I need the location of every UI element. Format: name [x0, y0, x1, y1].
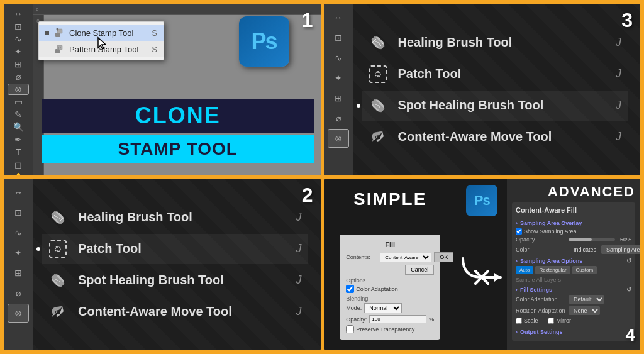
p3-tool-5[interactable]: ⊞: [328, 89, 348, 107]
svg-point-22: [375, 104, 377, 105]
sampling-overlay-section[interactable]: Sampling Area Overlay: [516, 220, 631, 226]
color-ca-label: Color: [516, 246, 566, 253]
contents-select[interactable]: Content-Aware: [380, 253, 431, 262]
mirror-check: Mirror: [548, 318, 571, 324]
panel-3-cam-row[interactable]: Content-Aware Move Tool J: [362, 122, 628, 152]
p3-tool-4[interactable]: ✦: [328, 69, 348, 87]
fill-settings-label: Fill Settings: [520, 287, 552, 293]
color-adapt-select[interactable]: Default: [569, 295, 604, 304]
brush-icon[interactable]: ✎: [8, 109, 28, 119]
panel-3-patch-tool-row[interactable]: Patch Tool J: [362, 59, 628, 89]
move-tool-icon[interactable]: ↔: [8, 9, 28, 19]
sampling-options-label: Sampling Area Options: [520, 258, 582, 264]
healing-brush-label-2: Healing Brush Tool: [78, 210, 286, 224]
opacity-slider[interactable]: [569, 238, 615, 241]
scale-checkbox[interactable]: [516, 318, 522, 324]
panel-2-patch-tool-row[interactable]: Patch Tool J: [42, 234, 308, 264]
panel-1-number: 1: [302, 9, 313, 32]
p3-tool-3[interactable]: ∿: [328, 49, 348, 67]
contents-row: Contents: Content-Aware OK: [346, 252, 434, 262]
ps-logo-4: Ps: [466, 185, 497, 216]
p2-tool-7[interactable]: ⊗: [8, 304, 28, 322]
eyedropper-icon[interactable]: ⌀: [8, 72, 28, 82]
svg-point-7: [60, 47, 61, 48]
sampling-overlay-label: Sampling Area Overlay: [520, 220, 582, 226]
patch-inner-2: [53, 245, 62, 253]
p3-tool-1[interactable]: ↔: [328, 9, 348, 26]
opacity-ca-value: 50%: [620, 236, 631, 243]
clone-stamp-icon[interactable]: ⊗: [8, 84, 28, 94]
p3-tool-6[interactable]: ⌀: [328, 109, 348, 127]
panel-1: ↔ ⊡ ∿ ✦ ⊞ ⌀ ⊗ ▭ ✎ 🔍 ✒ T ◻ ✋ 6 8: [4, 4, 321, 175]
p2-tool-1[interactable]: ↔: [8, 184, 28, 201]
selected-dot-2: [36, 247, 40, 251]
lasso-tool-icon[interactable]: ∿: [8, 34, 28, 44]
mode-row: Mode: Normal: [346, 303, 434, 313]
spot-healing-icon-3: [368, 96, 388, 116]
mirror-checkbox[interactable]: [548, 318, 554, 324]
cancel-button[interactable]: Cancel: [405, 265, 434, 275]
opacity-ca-row: Opacity 50%: [516, 236, 631, 243]
show-sampling-checkbox[interactable]: [516, 228, 522, 235]
p2-tool-2[interactable]: ⊡: [8, 204, 28, 221]
panel-2-spot-healing-row[interactable]: Spot Healing Brush Tool J: [42, 265, 308, 296]
custom-btn[interactable]: Custom: [572, 266, 597, 274]
svg-point-8: [58, 48, 59, 50]
p3-tool-2[interactable]: ⊡: [328, 29, 348, 47]
crop-tool-icon[interactable]: ⊞: [8, 59, 28, 69]
panel-3-number: 3: [621, 9, 633, 32]
shape-icon[interactable]: ◻: [8, 160, 28, 170]
select-tool-icon[interactable]: ⊡: [8, 21, 28, 31]
auto-btn[interactable]: Auto: [516, 266, 533, 274]
rotation-adapt-label: Rotation Adaptation: [516, 307, 566, 314]
patch-inner-3: [374, 70, 382, 79]
mode-label: Mode:: [346, 305, 362, 311]
cam-shortcut-3: J: [616, 130, 621, 143]
preserve-transparency-row: Preserve Transparency: [346, 325, 434, 333]
color-ca-row: Color Indicates Sampling Area: [516, 245, 631, 254]
rotation-adapt-select[interactable]: None: [569, 306, 600, 315]
ok-button[interactable]: OK: [434, 252, 453, 262]
panel-4: SIMPLE Ps Fill Contents: Content-Aware O…: [324, 179, 641, 350]
sample-all-layers-check: Sample All Layers: [516, 277, 631, 283]
opacity-input[interactable]: [369, 315, 426, 323]
ruler-marks: 6: [36, 6, 38, 12]
spot-healing-label-2: Spot Healing Brush Tool: [78, 273, 286, 287]
cam-svg-3: [369, 128, 387, 147]
p2-tool-4[interactable]: ✦: [8, 244, 28, 262]
p2-tool-6[interactable]: ⌀: [8, 284, 28, 302]
panel-3-spot-healing-row[interactable]: Spot Healing Brush Tool J: [362, 91, 628, 121]
panel-2-healing-brush-row[interactable]: Healing Brush Tool J: [42, 202, 308, 233]
panel-2-cam-row[interactable]: Content-Aware Move Tool J: [42, 297, 308, 327]
magic-wand-icon[interactable]: ✦: [8, 47, 28, 57]
panel-3-healing-brush-row[interactable]: Healing Brush Tool J: [362, 28, 628, 58]
bandaid-svg-2: [48, 208, 67, 227]
opacity-row: Opacity: %: [346, 315, 434, 323]
output-settings-section[interactable]: Output Settings: [516, 329, 631, 335]
rectangular-btn[interactable]: Rectangular: [535, 266, 570, 274]
panel-4-advanced-side: ADVANCED 4 Content-Aware Fill Sampling A…: [507, 179, 640, 350]
item-dot-empty: [45, 47, 49, 51]
indicates-select[interactable]: Sampling Area: [601, 245, 640, 254]
stamp-label: STAMP TOOL: [42, 135, 314, 163]
cam-svg-2: [48, 302, 67, 321]
reset-icon-fill[interactable]: ↺: [626, 286, 631, 293]
preserve-transparency-checkbox[interactable]: [346, 325, 354, 333]
mode-select[interactable]: Normal: [364, 303, 402, 313]
fill-settings-section[interactable]: Fill Settings ↺: [516, 286, 631, 293]
hand-icon[interactable]: ✋: [8, 172, 28, 175]
p3-tool-7[interactable]: ⊗: [328, 130, 348, 147]
p2-tool-3[interactable]: ∿: [8, 224, 28, 241]
rotation-adapt-row: Rotation Adaptation None: [516, 306, 631, 315]
sampling-options-section[interactable]: Sampling Area Options ↺: [516, 257, 631, 264]
reset-icon-sampling[interactable]: ↺: [626, 257, 631, 264]
patch-tool-icon-2: [48, 239, 68, 259]
pen-icon[interactable]: ✒: [8, 135, 28, 145]
panel-4-number: 4: [625, 325, 635, 345]
eraser-icon[interactable]: ▭: [8, 97, 28, 107]
spot-healing-svg-3: [369, 96, 387, 115]
p2-tool-5[interactable]: ⊞: [8, 264, 28, 282]
text-icon[interactable]: T: [8, 147, 28, 157]
magnify-icon[interactable]: 🔍: [8, 122, 28, 132]
color-adapt-checkbox[interactable]: [346, 285, 354, 293]
